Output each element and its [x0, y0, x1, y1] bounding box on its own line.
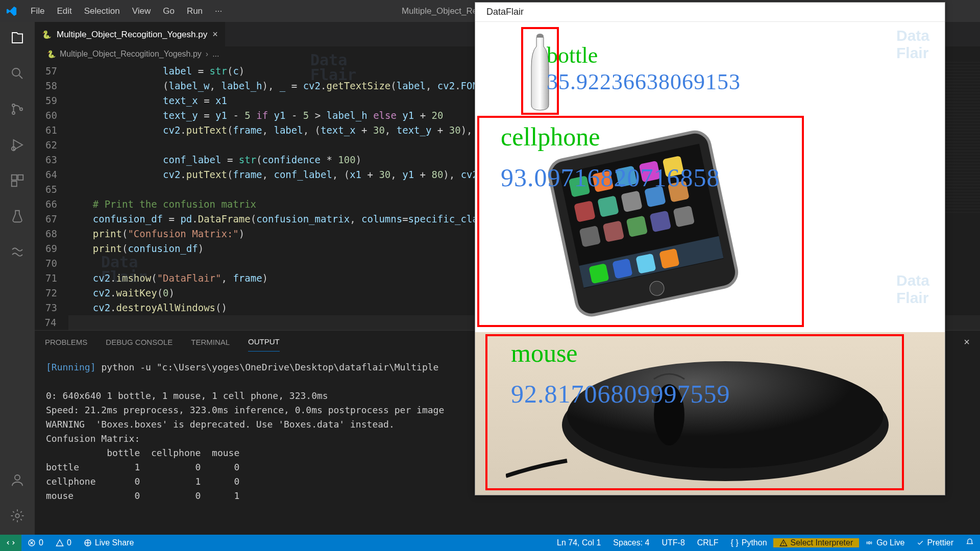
- explorer-icon[interactable]: [9, 29, 26, 46]
- svg-point-0: [12, 68, 20, 76]
- svg-point-9: [15, 514, 19, 518]
- detection-label-cellphone: cellphone: [501, 122, 600, 152]
- svg-rect-35: [635, 254, 656, 274]
- menu-more-icon[interactable]: ···: [209, 3, 228, 19]
- python-file-icon: 🐍: [47, 50, 56, 58]
- status-bar: 0 0 Live Share Ln 74, Col 1 Spaces: 4 UT…: [0, 535, 980, 551]
- svg-point-38: [567, 361, 884, 468]
- menu-selection[interactable]: Selection: [78, 3, 126, 19]
- detection-label-mouse: mouse: [511, 338, 578, 368]
- tab-filename: Multiple_Object_Recogition_Yogesh.py: [57, 30, 207, 40]
- breadcrumb-file: Multiple_Object_Recogition_Yogesh.py: [60, 49, 202, 59]
- close-panel-icon[interactable]: ×: [964, 336, 970, 348]
- svg-point-8: [15, 475, 20, 480]
- search-icon[interactable]: [9, 65, 26, 82]
- cellphone-image: [491, 129, 797, 323]
- svg-point-2: [12, 112, 15, 114]
- python-file-icon: 🐍: [42, 30, 52, 39]
- run-debug-icon[interactable]: [9, 136, 26, 154]
- svg-rect-30: [649, 211, 671, 233]
- close-icon[interactable]: ×: [212, 29, 218, 40]
- status-golive[interactable]: Go Live: [859, 538, 911, 547]
- status-errors[interactable]: 0: [21, 535, 50, 551]
- svg-rect-34: [612, 258, 632, 279]
- remote-explorer-icon[interactable]: [9, 243, 26, 261]
- svg-rect-6: [18, 175, 23, 180]
- remote-indicator[interactable]: [0, 535, 21, 551]
- accounts-icon[interactable]: [9, 471, 26, 489]
- status-liveshare[interactable]: Live Share: [78, 535, 140, 551]
- panel-tab-debug-console[interactable]: DEBUG CONSOLE: [106, 333, 173, 352]
- editor-tab[interactable]: 🐍 Multiple_Object_Recogition_Yogesh.py ×: [35, 22, 225, 46]
- status-select-interpreter[interactable]: Select Interpreter: [773, 538, 860, 547]
- svg-rect-22: [574, 201, 596, 222]
- svg-rect-24: [621, 190, 643, 212]
- menu-go[interactable]: Go: [157, 3, 181, 19]
- detection-label-bottle: bottle: [547, 42, 598, 68]
- svg-rect-7: [12, 181, 17, 186]
- svg-rect-33: [589, 263, 609, 284]
- status-lncol[interactable]: Ln 74, Col 1: [551, 538, 607, 547]
- opencv-canvas: DataFlair DataFlair bottle 35.9223663806…: [475, 22, 945, 495]
- svg-rect-29: [626, 215, 648, 237]
- panel-tab-terminal[interactable]: TERMINAL: [191, 333, 230, 352]
- activity-bar: [0, 22, 35, 535]
- panel-tab-output[interactable]: OUTPUT: [248, 332, 280, 352]
- chevron-right-icon: ›: [206, 49, 208, 59]
- status-warnings[interactable]: 0: [50, 535, 78, 551]
- status-notifications-icon[interactable]: [960, 538, 980, 546]
- breadcrumb-tail: ...: [212, 49, 219, 59]
- main-menu: File Edit Selection View Go Run ···: [24, 3, 228, 19]
- detection-conf-mouse: 92.81706809997559: [511, 379, 730, 409]
- status-encoding[interactable]: UTF-8: [655, 538, 691, 547]
- status-language[interactable]: { } Python: [725, 538, 773, 547]
- svg-rect-27: [579, 226, 601, 247]
- menu-edit[interactable]: Edit: [51, 3, 78, 19]
- menu-file[interactable]: File: [24, 3, 51, 19]
- watermark: DataFlair: [896, 272, 929, 307]
- source-control-icon[interactable]: [9, 101, 26, 118]
- extensions-icon[interactable]: [9, 172, 26, 189]
- minimap[interactable]: [939, 62, 980, 215]
- detection-conf-cellphone: 93.09716820716858: [501, 163, 720, 192]
- svg-rect-36: [659, 248, 679, 269]
- watermark: DataFlair: [896, 27, 929, 62]
- svg-point-1: [12, 104, 15, 107]
- status-eol[interactable]: CRLF: [691, 538, 725, 547]
- svg-rect-31: [673, 206, 695, 228]
- menu-view[interactable]: View: [126, 3, 157, 19]
- opencv-window[interactable]: DataFlair DataFlair DataFlair bottle 35.…: [475, 2, 945, 495]
- vscode-logo-icon: [6, 6, 17, 17]
- opencv-window-title: DataFlair: [475, 3, 945, 22]
- svg-rect-23: [597, 195, 619, 217]
- status-spaces[interactable]: Spaces: 4: [607, 538, 655, 547]
- status-prettier[interactable]: Prettier: [911, 538, 960, 547]
- svg-rect-28: [603, 220, 625, 242]
- detection-conf-bottle: 35.92236638069153: [547, 69, 741, 95]
- testing-icon[interactable]: [9, 208, 26, 225]
- menu-run[interactable]: Run: [181, 3, 209, 19]
- svg-rect-5: [12, 175, 17, 180]
- svg-point-12: [868, 542, 870, 544]
- panel-tab-problems[interactable]: PROBLEMS: [45, 333, 87, 352]
- settings-gear-icon[interactable]: [9, 507, 26, 524]
